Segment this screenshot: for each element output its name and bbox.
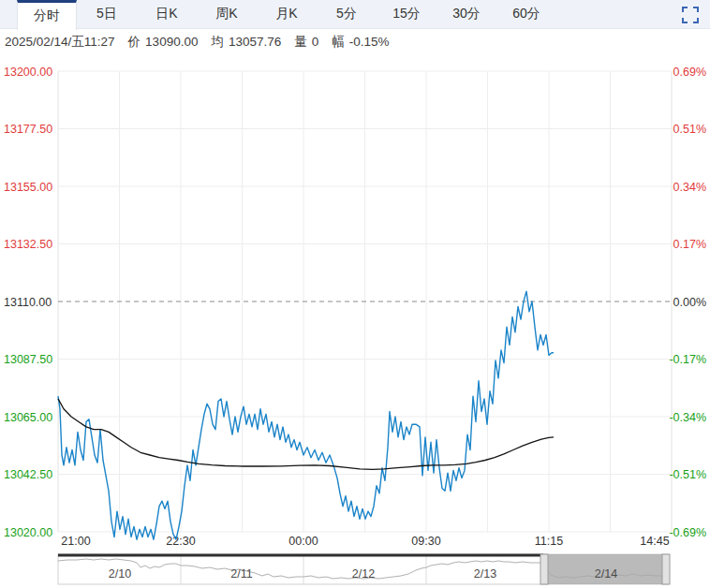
period-tab-8[interactable]: 60分 xyxy=(496,0,556,28)
price-line xyxy=(58,291,554,539)
price-axis-label: 13132.50 xyxy=(4,238,52,251)
time-axis-label: 09:30 xyxy=(411,535,440,548)
percent-axis-label: 0.51% xyxy=(673,123,706,136)
percent-axis-label: -0.51% xyxy=(669,468,706,481)
chart-period-tabbar: 分时5日日K周K月K5分15分30分60分 xyxy=(0,0,710,29)
price-axis-label: 13042.50 xyxy=(4,468,52,481)
time-axis-label: 14:45 xyxy=(640,535,669,548)
navigator-right-handle[interactable] xyxy=(662,554,670,584)
period-tab-4[interactable]: 月K xyxy=(257,0,317,28)
time-axis-label: 22:30 xyxy=(166,535,195,548)
time-axis-label: 11:15 xyxy=(535,535,563,548)
period-tab-0[interactable]: 分时 xyxy=(17,0,77,30)
price-value: 13090.00 xyxy=(145,35,198,49)
price-axis-label: 13020.00 xyxy=(4,526,52,539)
price-axis-label: 13065.00 xyxy=(4,411,52,424)
change-label: 幅 xyxy=(332,34,345,51)
fullscreen-icon xyxy=(680,5,701,25)
price-axis-label: 13087.50 xyxy=(4,353,52,366)
time-axis-label: 21:00 xyxy=(61,535,90,548)
price-axis-label: 13200.00 xyxy=(4,66,52,79)
period-tab-7[interactable]: 30分 xyxy=(436,0,496,28)
change-value: -0.15% xyxy=(349,35,390,49)
percent-axis-label: 0.00% xyxy=(673,296,706,309)
period-tab-5[interactable]: 5分 xyxy=(317,0,377,28)
average-label: 均 xyxy=(211,34,224,51)
main-chart[interactable]: 13200.000.69%13177.500.51%13155.000.34%1… xyxy=(0,54,710,588)
percent-axis-label: 0.69% xyxy=(673,66,706,79)
period-tab-2[interactable]: 日K xyxy=(137,0,197,28)
volume-label: 量 xyxy=(294,34,307,51)
price-axis-label: 13110.00 xyxy=(4,296,52,309)
navigator-date-label[interactable]: 2/14 xyxy=(595,567,617,581)
volume-value: 0 xyxy=(312,35,319,49)
percent-axis-label: -0.17% xyxy=(669,353,706,366)
intraday-chart-app: 分时5日日K周K月K5分15分30分60分 2025/02/14/五11:27 … xyxy=(0,0,710,588)
percent-axis-label: 0.17% xyxy=(673,238,706,251)
period-tab-3[interactable]: 周K xyxy=(197,0,257,28)
navigator-date-label[interactable]: 2/13 xyxy=(474,567,496,581)
quote-info-bar: 2025/02/14/五11:27 价 13090.00 均 13057.76 … xyxy=(0,30,710,53)
percent-axis-label: 0.34% xyxy=(673,181,706,194)
time-axis-label: 00:00 xyxy=(288,535,318,548)
navigator-date-label[interactable]: 2/12 xyxy=(352,567,375,581)
price-axis-label: 13177.50 xyxy=(4,123,52,136)
navigator-date-label[interactable]: 2/10 xyxy=(109,567,131,581)
navigator-left-handle[interactable] xyxy=(540,554,548,584)
average-value: 13057.76 xyxy=(229,35,281,49)
price-axis-label: 13155.00 xyxy=(4,181,52,194)
average-line xyxy=(58,399,554,469)
percent-axis-label: -0.69% xyxy=(669,526,706,539)
fullscreen-button[interactable] xyxy=(680,5,701,25)
period-tab-6[interactable]: 15分 xyxy=(377,0,436,28)
price-label: 价 xyxy=(128,34,141,51)
navigator-date-label[interactable]: 2/11 xyxy=(230,567,252,581)
period-tab-1[interactable]: 5日 xyxy=(77,0,137,28)
percent-axis-label: -0.34% xyxy=(669,411,706,424)
quote-datetime: 2025/02/14/五11:27 xyxy=(5,34,115,51)
